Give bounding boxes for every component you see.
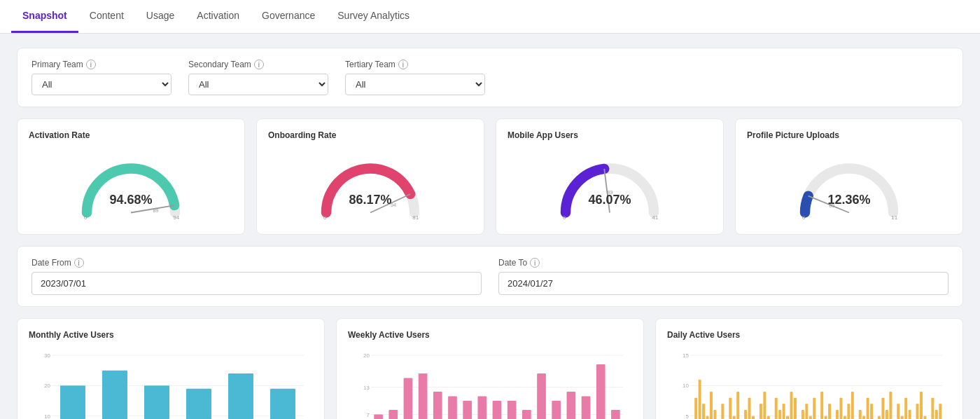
chart-card-weekly: Weekly Active Users071320Jul 2Aug 13Sep …	[336, 318, 644, 419]
secondary-team-info-icon[interactable]: i	[254, 60, 264, 69]
svg-rect-118	[844, 416, 846, 419]
primary-team-info-icon[interactable]: i	[86, 60, 96, 69]
svg-rect-83	[710, 392, 713, 419]
gauge-container-0: 0948994.68%	[29, 146, 233, 223]
gauge-svg-1: 08194	[307, 146, 433, 223]
gauge-title-2: Mobile App Users	[507, 130, 578, 140]
bar-chart-svg-weekly: 071320Jul 2Aug 13Sep 10Oct 1Nov 19Dec 31	[348, 348, 632, 419]
svg-rect-62	[611, 410, 620, 419]
bar-chart-svg-daily: 051015Jul 2023	[667, 348, 951, 419]
gauge-title-3: Profile Picture Uploads	[747, 130, 839, 140]
svg-rect-141	[931, 398, 934, 419]
secondary-team-select[interactable]: All	[188, 74, 328, 95]
svg-rect-79	[694, 398, 697, 419]
tertiary-team-info-icon[interactable]: i	[398, 60, 408, 69]
gauge-card-3: Profile Picture Uploads0118912.36%	[735, 118, 963, 235]
svg-rect-59	[567, 392, 576, 419]
svg-text:0: 0	[323, 214, 327, 221]
svg-rect-139	[923, 416, 926, 419]
gauge-value-3: 12.36%	[827, 193, 870, 207]
svg-rect-109	[809, 416, 812, 419]
tab-governance[interactable]: Governance	[251, 0, 326, 33]
date-from-input[interactable]	[31, 272, 482, 295]
date-to-label: Date To i	[498, 258, 948, 268]
gauge-svg-3: 01189	[786, 146, 912, 223]
secondary-team-filter: Secondary Team i All	[188, 60, 328, 95]
svg-rect-142	[935, 410, 938, 419]
secondary-team-label: Secondary Team i	[188, 60, 328, 69]
svg-rect-29	[228, 373, 253, 419]
svg-rect-138	[920, 392, 923, 419]
svg-rect-105	[794, 398, 797, 419]
svg-rect-25	[60, 385, 85, 419]
chart-title-daily: Daily Active Users	[667, 330, 951, 340]
svg-rect-94	[752, 416, 755, 419]
svg-rect-61	[596, 364, 606, 419]
svg-text:10: 10	[44, 413, 50, 419]
gauge-card-2: Mobile App Users0418946.07%	[496, 118, 724, 235]
svg-text:0: 0	[84, 214, 88, 221]
chart-title-monthly: Monthly Active Users	[29, 330, 313, 340]
date-to-info-icon[interactable]: i	[530, 258, 540, 268]
gauge-value-1: 86.17%	[349, 193, 391, 207]
svg-text:13: 13	[363, 385, 370, 391]
svg-rect-130	[889, 392, 892, 419]
svg-text:20: 20	[44, 383, 50, 389]
svg-rect-46	[374, 415, 383, 420]
svg-rect-54	[493, 401, 502, 419]
svg-rect-119	[847, 404, 850, 419]
gauge-svg-0: 09489	[68, 146, 194, 223]
tab-snapshot[interactable]: Snapshot	[11, 0, 78, 33]
svg-rect-108	[805, 404, 808, 419]
bar-chart-svg-monthly: 0102030Jul 2023Aug 2023Sep 2023Oct 2023N…	[29, 348, 313, 419]
navigation: Snapshot Content Usage Activation Govern…	[0, 0, 980, 34]
gauge-container-2: 0418946.07%	[507, 146, 712, 223]
svg-rect-104	[790, 392, 793, 419]
tertiary-team-label: Tertiary Team i	[345, 60, 485, 69]
svg-rect-103	[786, 416, 789, 419]
svg-rect-102	[783, 404, 785, 419]
charts-row: Monthly Active Users0102030Jul 2023Aug 2…	[17, 318, 963, 419]
main-content: Primary Team i All Secondary Team i All …	[0, 34, 980, 419]
svg-rect-56	[522, 410, 531, 419]
gauge-card-1: Onboarding Rate0819486.17%	[256, 118, 484, 235]
gauge-cards-row: Activation Rate0948994.68%Onboarding Rat…	[17, 118, 963, 235]
tab-usage[interactable]: Usage	[135, 0, 186, 33]
primary-team-label: Primary Team i	[31, 60, 172, 69]
primary-team-filter: Primary Team i All	[31, 60, 172, 95]
svg-rect-81	[702, 404, 705, 419]
svg-text:0: 0	[802, 214, 806, 221]
svg-rect-128	[881, 398, 884, 419]
gauge-title-1: Onboarding Rate	[268, 130, 336, 140]
chart-card-daily: Daily Active Users051015Jul 2023	[655, 318, 963, 419]
date-to-input[interactable]	[498, 272, 948, 295]
svg-text:11: 11	[891, 214, 897, 221]
tab-content[interactable]: Content	[78, 0, 135, 33]
gauge-container-1: 0819486.17%	[268, 146, 472, 223]
svg-text:5: 5	[686, 413, 690, 419]
svg-rect-26	[102, 371, 127, 419]
gauge-value-2: 46.07%	[588, 193, 631, 207]
svg-text:7: 7	[367, 412, 370, 418]
svg-rect-57	[537, 373, 546, 419]
svg-rect-51	[448, 397, 457, 420]
tab-survey-analytics[interactable]: Survey Analytics	[326, 0, 421, 33]
svg-rect-93	[748, 398, 751, 419]
primary-team-select[interactable]: All	[31, 74, 172, 95]
date-from-info-icon[interactable]: i	[74, 258, 84, 268]
filters-panel: Primary Team i All Secondary Team i All …	[17, 48, 963, 107]
svg-rect-129	[886, 410, 888, 419]
tertiary-team-select[interactable]: All	[345, 74, 485, 95]
tertiary-team-filter: Tertiary Team i All	[345, 60, 485, 95]
svg-rect-117	[839, 398, 842, 419]
svg-rect-137	[916, 404, 919, 419]
svg-text:89: 89	[153, 207, 159, 214]
svg-rect-134	[904, 398, 907, 419]
svg-rect-113	[825, 416, 827, 419]
svg-rect-80	[699, 380, 701, 419]
svg-rect-97	[763, 392, 766, 419]
svg-rect-122	[859, 410, 862, 419]
tab-activation[interactable]: Activation	[186, 0, 251, 33]
svg-rect-53	[477, 397, 486, 420]
svg-rect-116	[836, 410, 839, 419]
